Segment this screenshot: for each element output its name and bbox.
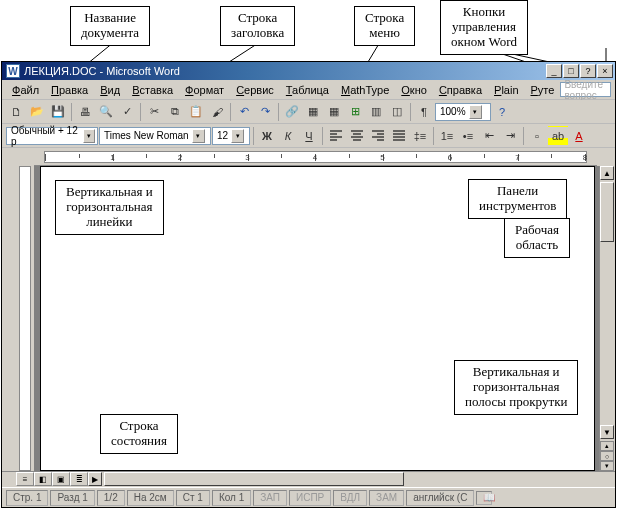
menu-edit[interactable]: Правка: [45, 82, 94, 98]
normal-view-icon[interactable]: ≡: [16, 472, 34, 486]
separator: [71, 103, 72, 121]
separator: [253, 127, 254, 145]
status-ovr[interactable]: ЗАМ: [369, 490, 404, 506]
highlight-icon[interactable]: ab: [548, 126, 568, 146]
scroll-up-icon[interactable]: ▲: [600, 166, 614, 180]
font-color-icon[interactable]: A: [569, 126, 589, 146]
align-center-icon[interactable]: [347, 126, 367, 146]
horizontal-ruler[interactable]: 12345678: [34, 148, 597, 166]
show-marks-icon[interactable]: ¶: [414, 102, 434, 122]
ruler-number: 5: [380, 153, 384, 162]
align-left-icon[interactable]: [326, 126, 346, 146]
menu-format[interactable]: Формат: [179, 82, 230, 98]
font-combo[interactable]: Times New Roman▾: [99, 127, 211, 145]
web-view-icon[interactable]: ◧: [34, 472, 52, 486]
open-icon[interactable]: 📂: [27, 102, 47, 122]
tables-borders-icon[interactable]: ▦: [303, 102, 323, 122]
insert-table-icon[interactable]: ▦: [324, 102, 344, 122]
borders-icon[interactable]: ▫: [527, 126, 547, 146]
close-button[interactable]: ×: [597, 64, 613, 78]
undo-icon[interactable]: ↶: [234, 102, 254, 122]
paste-icon[interactable]: 📋: [186, 102, 206, 122]
titlebar[interactable]: W ЛЕКЦИЯ.DOC - Microsoft Word _ □ ? ×: [2, 62, 615, 80]
help-button[interactable]: ?: [580, 64, 596, 78]
separator: [433, 127, 434, 145]
menu-help[interactable]: Справка: [433, 82, 488, 98]
spell-status-icon[interactable]: 📖: [476, 491, 492, 505]
page[interactable]: [40, 166, 595, 471]
size-value: 12: [217, 130, 228, 141]
status-col: Кол 1: [212, 490, 251, 506]
status-section: Разд 1: [50, 490, 94, 506]
cut-icon[interactable]: ✂: [144, 102, 164, 122]
vertical-scrollbar[interactable]: ▲ ▼ ▴ ○ ▾: [599, 166, 615, 471]
style-combo[interactable]: Обычный + 12 p▾: [6, 127, 98, 145]
separator: [410, 103, 411, 121]
next-page-icon[interactable]: ▾: [600, 461, 614, 471]
increase-indent-icon[interactable]: ⇥: [500, 126, 520, 146]
spellcheck-icon[interactable]: ✓: [117, 102, 137, 122]
hyperlink-icon[interactable]: 🔗: [282, 102, 302, 122]
menu-file[interactable]: Файл: [6, 82, 45, 98]
standard-toolbar: 🗋 📂 💾 🖶 🔍 ✓ ✂ ⧉ 📋 🖌 ↶ ↷ 🔗 ▦ ▦ ⊞ ▥ ◫ ¶ 10…: [2, 100, 615, 124]
drawing-icon[interactable]: ◫: [387, 102, 407, 122]
preview-icon[interactable]: 🔍: [96, 102, 116, 122]
ruler-number: 6: [448, 153, 452, 162]
help-icon[interactable]: ?: [492, 102, 512, 122]
browse-object-icon[interactable]: ○: [600, 451, 614, 461]
print-layout-view-icon[interactable]: ▣: [52, 472, 70, 486]
decrease-indent-icon[interactable]: ⇤: [479, 126, 499, 146]
minimize-button[interactable]: _: [546, 64, 562, 78]
ask-question-input[interactable]: Введите вопрос: [560, 82, 611, 97]
style-value: Обычный + 12 p: [11, 125, 80, 147]
zoom-value: 100%: [440, 106, 466, 117]
statusbar: Стр. 1 Разд 1 1/2 На 2см Ст 1 Кол 1 ЗАП …: [2, 487, 615, 507]
excel-icon[interactable]: ⊞: [345, 102, 365, 122]
menu-plain[interactable]: Plain: [488, 82, 524, 98]
scroll-thumb[interactable]: [600, 182, 614, 242]
format-painter-icon[interactable]: 🖌: [207, 102, 227, 122]
ruler-number: 7: [515, 153, 519, 162]
print-icon[interactable]: 🖶: [75, 102, 95, 122]
scroll-down-icon[interactable]: ▼: [600, 425, 614, 439]
status-ext[interactable]: ВДЛ: [333, 490, 367, 506]
horizontal-scrollbar[interactable]: ◀ ▶: [88, 472, 615, 487]
menu-table[interactable]: Таблица: [280, 82, 335, 98]
vertical-ruler[interactable]: [16, 166, 34, 471]
line-spacing-icon[interactable]: ‡≡: [410, 126, 430, 146]
numbered-list-icon[interactable]: 1≡: [437, 126, 457, 146]
size-combo[interactable]: 12▾: [212, 127, 250, 145]
app-icon: W: [6, 64, 20, 78]
zoom-combo[interactable]: 100%▾: [435, 103, 491, 121]
status-trk[interactable]: ИСПР: [289, 490, 331, 506]
maximize-button[interactable]: □: [563, 64, 579, 78]
prev-page-icon[interactable]: ▴: [600, 441, 614, 451]
status-lang[interactable]: английск (С: [406, 490, 474, 506]
redo-icon[interactable]: ↷: [255, 102, 275, 122]
outline-view-icon[interactable]: ≣: [70, 472, 88, 486]
save-icon[interactable]: 💾: [48, 102, 68, 122]
columns-icon[interactable]: ▥: [366, 102, 386, 122]
align-right-icon[interactable]: [368, 126, 388, 146]
menu-insert[interactable]: Вставка: [126, 82, 179, 98]
bold-icon[interactable]: Ж: [257, 126, 277, 146]
align-justify-icon[interactable]: [389, 126, 409, 146]
menu-mathtype[interactable]: MathType: [335, 82, 395, 98]
status-rec[interactable]: ЗАП: [253, 490, 287, 506]
menu-tools[interactable]: Сервис: [230, 82, 280, 98]
ruler-number: 2: [178, 153, 182, 162]
italic-icon[interactable]: К: [278, 126, 298, 146]
scroll-thumb[interactable]: [104, 472, 404, 486]
chevron-down-icon: ▾: [192, 129, 205, 143]
underline-icon[interactable]: Ч: [299, 126, 319, 146]
separator: [523, 127, 524, 145]
new-icon[interactable]: 🗋: [6, 102, 26, 122]
separator: [140, 103, 141, 121]
menu-rute[interactable]: Руте: [525, 82, 561, 98]
bullet-list-icon[interactable]: •≡: [458, 126, 478, 146]
menu-view[interactable]: Вид: [94, 82, 126, 98]
scroll-right-icon[interactable]: ▶: [88, 472, 102, 486]
document-area[interactable]: [34, 166, 599, 471]
menu-window[interactable]: Окно: [395, 82, 433, 98]
copy-icon[interactable]: ⧉: [165, 102, 185, 122]
